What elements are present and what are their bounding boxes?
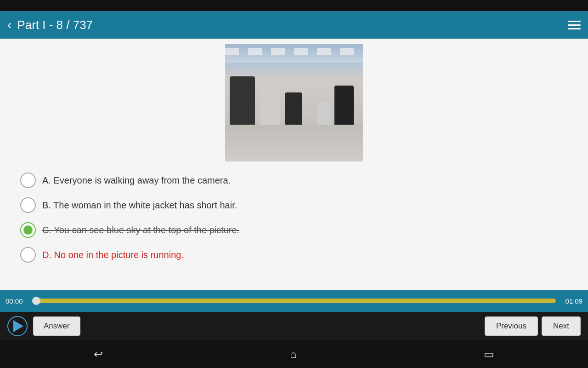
option-text-c: C. You can see blue sky at the top of th… bbox=[42, 224, 239, 236]
menu-line-2 bbox=[568, 24, 581, 26]
floor bbox=[225, 125, 363, 161]
play-icon bbox=[13, 320, 23, 332]
radio-b[interactable] bbox=[20, 197, 36, 213]
option-text-a: A. Everyone is walking away from the cam… bbox=[42, 174, 231, 186]
answer-button[interactable]: Answer bbox=[33, 316, 80, 336]
back-button[interactable]: ‹ bbox=[7, 18, 11, 31]
progress-fill bbox=[32, 299, 556, 303]
options-container: A. Everyone is walking away from the cam… bbox=[18, 169, 570, 266]
back-nav-icon[interactable]: ↩ bbox=[94, 348, 103, 361]
radio-d[interactable] bbox=[20, 247, 36, 263]
menu-line-3 bbox=[568, 28, 581, 29]
header-title: Part I - 8 / 737 bbox=[17, 18, 93, 32]
bottom-nav: ↩ ⌂ ▭ bbox=[0, 340, 588, 368]
radio-c-inner bbox=[23, 225, 33, 235]
option-row-b[interactable]: B. The woman in the white jacket has sho… bbox=[18, 194, 570, 217]
previous-button[interactable]: Previous bbox=[485, 316, 538, 336]
recent-nav-icon[interactable]: ▭ bbox=[484, 348, 494, 361]
option-text-b: B. The woman in the white jacket has sho… bbox=[42, 199, 237, 211]
header: ‹ Part I - 8 / 737 bbox=[0, 11, 588, 39]
option-row-d[interactable]: D. No one in the picture is running. bbox=[18, 243, 570, 266]
audio-bar: 00:00 01:09 bbox=[0, 290, 588, 312]
current-time: 00:00 bbox=[6, 297, 28, 305]
main-content: A. Everyone is walking away from the cam… bbox=[0, 39, 588, 290]
progress-track[interactable] bbox=[32, 299, 556, 303]
radio-a[interactable] bbox=[20, 172, 36, 188]
lights bbox=[225, 48, 363, 55]
progress-thumb[interactable] bbox=[32, 297, 40, 305]
home-nav-icon[interactable]: ⌂ bbox=[290, 348, 297, 361]
station-scene bbox=[225, 44, 363, 161]
option-row-a[interactable]: A. Everyone is walking away from the cam… bbox=[18, 169, 570, 192]
next-button[interactable]: Next bbox=[542, 316, 581, 336]
menu-icon[interactable] bbox=[568, 21, 581, 29]
radio-c[interactable] bbox=[20, 222, 36, 238]
option-text-d: D. No one in the picture is running. bbox=[42, 249, 184, 261]
option-row-c[interactable]: C. You can see blue sky at the top of th… bbox=[18, 218, 570, 242]
header-left: ‹ Part I - 8 / 737 bbox=[7, 18, 93, 32]
control-bar: Answer Previous Next bbox=[0, 312, 588, 340]
question-image bbox=[225, 44, 363, 161]
menu-line-1 bbox=[568, 21, 581, 22]
system-bar bbox=[0, 0, 588, 11]
play-button[interactable] bbox=[7, 316, 28, 336]
total-time: 01:09 bbox=[560, 297, 582, 305]
